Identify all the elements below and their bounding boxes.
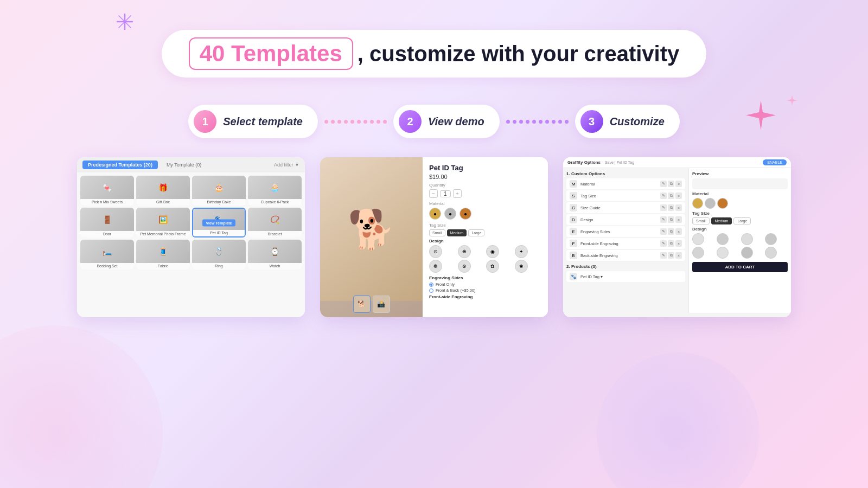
sc1-topbar: Predesigned Templates (20) My Template (… [77, 157, 305, 172]
sc1-tab-predesigned[interactable]: Predesigned Templates (20) [82, 160, 158, 169]
sc2-size-small[interactable]: Small [429, 229, 445, 236]
sc3-action-copy-4[interactable]: ⧉ [668, 216, 674, 223]
sc3-action-delete-7[interactable]: × [675, 252, 682, 259]
sc3-option-back-engrave[interactable]: B Back-side Engraving ✎ ⧉ × [566, 250, 685, 261]
sc3-action-copy-3[interactable]: ⧉ [668, 204, 674, 211]
sc3-action-edit-2[interactable]: ✎ [660, 192, 667, 199]
sc2-design-8[interactable]: ❀ [515, 260, 528, 273]
sc3-action-copy-6[interactable]: ⧉ [668, 240, 674, 247]
sc3-action-copy-2[interactable]: ⧉ [668, 192, 674, 199]
sc3-action-edit-4[interactable]: ✎ [660, 216, 667, 223]
sc3-action-edit[interactable]: ✎ [660, 181, 667, 187]
sc3-action-delete-4[interactable]: × [675, 216, 682, 223]
sc3-design-circle-8[interactable] [765, 247, 777, 259]
sc3-option-sizeguide[interactable]: G Size Guide ✎ ⧉ × [566, 202, 685, 213]
sc3-design-circle-1[interactable] [692, 233, 704, 245]
sc2-design-6[interactable]: ⊗ [458, 260, 471, 273]
sc1-item-door[interactable]: 🚪 Door [80, 208, 134, 237]
sc2-size-medium[interactable]: Medium [447, 229, 467, 236]
sc3-design-circle-3[interactable] [741, 233, 753, 245]
sc2-design-1[interactable]: ⊙ [429, 245, 442, 258]
sc3-size-large[interactable]: Large [733, 217, 751, 224]
sc3-sizeguide-actions: ✎ ⧉ × [660, 204, 682, 211]
sc1-filter-btn[interactable]: Add filter ▼ [274, 162, 299, 168]
sc1-item-gift-box[interactable]: 🎁 Gift Box [136, 176, 190, 206]
sc3-add-to-cart-btn[interactable]: ADD TO CART [692, 262, 788, 272]
sc2-design-3[interactable]: ◉ [486, 245, 499, 258]
sc2-thumb-1[interactable]: 🐕 [353, 296, 371, 313]
sc1-label-5: Door [80, 231, 134, 237]
sc1-item-watch[interactable]: ⌚ Watch [248, 240, 302, 269]
sc3-logo: Graffity Options [567, 160, 601, 165]
sc3-design-circle-6[interactable] [717, 247, 729, 259]
sc3-design-circle-5[interactable] [692, 247, 704, 259]
sc3-design-circle-2[interactable] [717, 233, 729, 245]
sc3-action-edit-7[interactable]: ✎ [660, 252, 667, 259]
sc3-right-design-label: Design [692, 227, 788, 232]
sc2-design-7[interactable]: ✿ [486, 260, 499, 273]
sc3-action-copy[interactable]: ⧉ [668, 181, 674, 187]
sc3-backengrave-actions: ✎ ⧉ × [660, 252, 682, 259]
sc3-option-design[interactable]: D Design ✎ ⧉ × [566, 214, 685, 225]
screenshot-product-demo: 🐕 🐕 📸 Pet ID Tag $19.00 Quantity − 1 + M… [320, 157, 548, 317]
sc2-radio-both[interactable] [429, 288, 433, 293]
sc1-item-birthday-cake[interactable]: 🎂 Birthday Cake [192, 176, 246, 206]
sc3-option-tagsize[interactable]: S Tag Size ✎ ⧉ × [566, 190, 685, 201]
sc1-item-bracelet[interactable]: 📿 Bracelet [248, 208, 302, 237]
sc3-swatch-bronze[interactable] [717, 198, 728, 209]
sc1-item-cupcake[interactable]: 🧁 Cupcake 6-Pack [248, 176, 302, 206]
sc3-product-label: Pet ID Tag ▾ [580, 274, 682, 279]
header-rest: , customize with your creativity [358, 42, 680, 66]
sc3-enable-toggle[interactable]: ENABLE [763, 159, 787, 165]
sc3-design-circle-4[interactable] [765, 233, 777, 245]
sc1-item-pet-id-tag[interactable]: 🐾 Pet ID Tag View Template [192, 208, 246, 237]
sc2-design-4[interactable]: ✦ [515, 245, 528, 258]
sc3-action-delete-2[interactable]: × [675, 192, 682, 199]
sc1-item-pick-n-mix[interactable]: 🍬 Pick n Mix Sweets [80, 176, 134, 206]
sc2-design-5[interactable]: ❁ [429, 260, 442, 273]
sc3-action-delete-3[interactable]: × [675, 204, 682, 211]
sc2-radio-front[interactable] [429, 282, 433, 287]
sc3-action-delete-5[interactable]: × [675, 228, 682, 235]
sc3-action-edit-6[interactable]: ✎ [660, 240, 667, 247]
sc2-qty-label: Quantity [429, 183, 541, 188]
sc1-item-bedding[interactable]: 🛏️ Bedding Set [80, 240, 134, 269]
sc2-size-row: Small Medium Large [429, 229, 541, 236]
sc1-item-photo-frame[interactable]: 🖼️ Pet Memorial Photo Frame [136, 208, 190, 237]
sc3-action-edit-3[interactable]: ✎ [660, 204, 667, 211]
sc3-action-delete-6[interactable]: × [675, 240, 682, 247]
sc3-action-copy-7[interactable]: ⧉ [668, 252, 674, 259]
sc3-product-row[interactable]: 🐾 Pet ID Tag ▾ [566, 271, 685, 282]
sc2-material-gold[interactable]: ● [429, 208, 441, 220]
sc2-qty-minus[interactable]: − [429, 189, 438, 198]
sc3-size-small[interactable]: Small [692, 217, 710, 224]
screenshot-template-selector: Predesigned Templates (20) My Template (… [77, 157, 305, 317]
sc3-action-edit-5[interactable]: ✎ [660, 228, 667, 235]
sc3-action-delete[interactable]: × [675, 181, 682, 187]
sc1-item-ring[interactable]: 💍 Ring [192, 240, 246, 269]
sc2-thumb-2[interactable]: 📸 [373, 296, 390, 313]
sc3-swatch-silver[interactable] [705, 198, 716, 209]
sc3-size-medium[interactable]: Medium [711, 217, 732, 224]
sc3-action-copy-5[interactable]: ⧉ [668, 228, 674, 235]
step-3[interactable]: 3 Customize [575, 105, 680, 138]
sc3-option-front-engrave[interactable]: F Front-side Engraving ✎ ⧉ × [566, 238, 685, 249]
sc1-content: Predesigned Templates (20) My Template (… [77, 157, 305, 317]
sc1-item-fabric[interactable]: 🧵 Fabric [136, 240, 190, 269]
sc2-material-silver[interactable]: ● [444, 208, 456, 220]
sc1-label-6: Pet Memorial Photo Frame [136, 231, 190, 237]
sc3-design-circle-7[interactable] [741, 247, 753, 259]
sc2-material-bronze[interactable]: ● [459, 208, 471, 220]
sc3-swatch-gold[interactable] [692, 198, 703, 209]
step-2[interactable]: 2 View demo [393, 105, 500, 138]
sc2-engrave-both-option: Front & Back (+$5.00) [429, 288, 541, 293]
sc3-option-material[interactable]: M Material ✎ ⧉ × [566, 178, 685, 189]
sc1-tab-my[interactable]: My Template (0) [162, 160, 206, 169]
sc2-size-large[interactable]: Large [468, 229, 484, 236]
sc2-design-2[interactable]: ❋ [458, 245, 471, 258]
step-1[interactable]: 1 Select template [188, 105, 318, 138]
sc2-qty-plus[interactable]: + [453, 189, 462, 198]
sc2-material-label: Material [429, 201, 541, 206]
sc3-option-engrave-sides[interactable]: E Engraving Sides ✎ ⧉ × [566, 226, 685, 237]
sc1-view-template-btn[interactable]: View Template [202, 219, 236, 226]
